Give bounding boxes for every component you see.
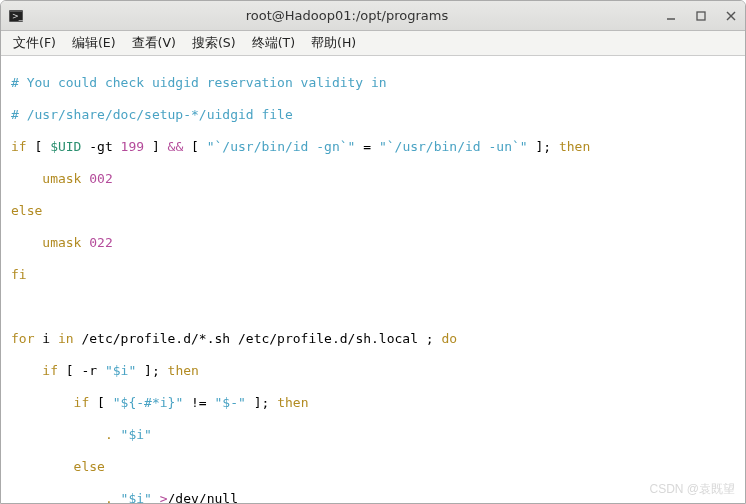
terminal-viewport[interactable]: # You could check uidgid reservation val… — [1, 56, 745, 503]
menu-file[interactable]: 文件(F) — [5, 33, 64, 54]
menu-search[interactable]: 搜索(S) — [184, 33, 244, 54]
terminal-app-icon: >_ — [7, 7, 25, 25]
svg-rect-4 — [697, 12, 705, 20]
code-line: if [ "${-#*i}" != "$-" ]; then — [11, 395, 735, 411]
titlebar: >_ root@Hadoop01:/opt/programs — [1, 1, 745, 31]
window-controls — [663, 8, 739, 24]
close-button[interactable] — [723, 8, 739, 24]
svg-text:>_: >_ — [12, 12, 24, 21]
code-line: if [ $UID -gt 199 ] && [ "`/usr/bin/id -… — [11, 139, 735, 155]
code-line: if [ -r "$i" ]; then — [11, 363, 735, 379]
code-line: else — [11, 203, 735, 219]
code-line: . "$i" — [11, 427, 735, 443]
code-line: else — [11, 459, 735, 475]
code-line: . "$i" >/dev/null — [11, 491, 735, 503]
minimize-button[interactable] — [663, 8, 679, 24]
code-line: fi — [11, 267, 735, 283]
menu-edit[interactable]: 编辑(E) — [64, 33, 124, 54]
menu-terminal[interactable]: 终端(T) — [244, 33, 303, 54]
maximize-button[interactable] — [693, 8, 709, 24]
blank-line — [11, 299, 735, 315]
menu-help[interactable]: 帮助(H) — [303, 33, 364, 54]
comment-line: # You could check uidgid reservation val… — [11, 75, 735, 91]
menu-view[interactable]: 查看(V) — [124, 33, 184, 54]
code-line: umask 002 — [11, 171, 735, 187]
code-line: for i in /etc/profile.d/*.sh /etc/profil… — [11, 331, 735, 347]
window-title: root@Hadoop01:/opt/programs — [31, 8, 663, 23]
comment-line: # /usr/share/doc/setup-*/uidgid file — [11, 107, 735, 123]
code-line: umask 022 — [11, 235, 735, 251]
menubar: 文件(F) 编辑(E) 查看(V) 搜索(S) 终端(T) 帮助(H) — [1, 31, 745, 56]
